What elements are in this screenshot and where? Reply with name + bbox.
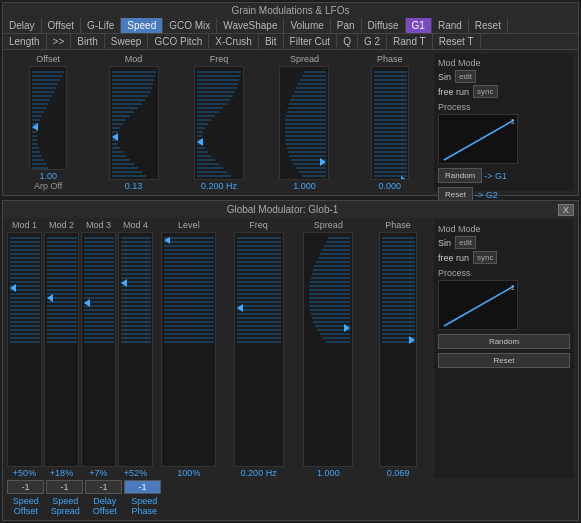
- minus-box-2[interactable]: -1: [85, 480, 122, 494]
- tab-gcomix[interactable]: GCO Mix: [163, 18, 217, 33]
- tab-filtercut[interactable]: Filter Cut: [284, 34, 338, 49]
- rand-row-1: Random -> G1: [438, 168, 570, 183]
- level-svg: [162, 233, 215, 466]
- sync-btn-top[interactable]: sync: [473, 85, 497, 98]
- tab-waveshape[interactable]: WaveShape: [217, 18, 284, 33]
- tab-reset[interactable]: Reset: [469, 18, 508, 33]
- footer-label-3: Speed Phase: [126, 496, 164, 516]
- tab-offset[interactable]: Offset: [42, 18, 82, 33]
- phase-slider-canvas[interactable]: [371, 66, 409, 180]
- tab-row-1: Delay Offset G-Life Speed GCO Mix WaveSh…: [3, 18, 578, 34]
- edit-btn-top[interactable]: edit: [455, 70, 476, 83]
- mod1-svg: [8, 233, 41, 466]
- minus-box-1[interactable]: -1: [46, 480, 83, 494]
- freq-slider-canvas[interactable]: [194, 66, 244, 180]
- sync-btn-bottom[interactable]: sync: [473, 251, 497, 264]
- offset-label: Offset: [36, 54, 60, 64]
- tab-length[interactable]: Length: [3, 34, 47, 49]
- mod-slider-canvas[interactable]: [109, 66, 159, 180]
- random-btn-top[interactable]: Random: [438, 168, 482, 183]
- tab-q[interactable]: Q: [337, 34, 358, 49]
- mod-mode-freerun: free run sync: [438, 85, 570, 98]
- mod-mode-sin: Sin edit: [438, 70, 570, 83]
- svg-marker-341: [344, 324, 350, 332]
- mod-mode-panel-top: Mod Mode Sin edit free run sync Process …: [434, 54, 574, 191]
- footer-label-0-line1: Speed: [7, 496, 45, 506]
- tab-birth[interactable]: Birth: [71, 34, 105, 49]
- level-value: 100%: [177, 468, 200, 478]
- mod2-canvas[interactable]: [44, 232, 79, 467]
- mod1-canvas[interactable]: [7, 232, 42, 467]
- spread-slider-canvas[interactable]: [279, 66, 329, 180]
- offset-slider-canvas[interactable]: /* lines drawn inline */: [29, 66, 67, 170]
- tab-xcrush[interactable]: X-Crush: [209, 34, 259, 49]
- tab-volume[interactable]: Volume: [284, 18, 330, 33]
- tab-glife[interactable]: G-Life: [81, 18, 121, 33]
- tab-gcopitch[interactable]: GCO Pitch: [148, 34, 209, 49]
- svg-marker-86: [197, 138, 203, 146]
- tab-resett[interactable]: Reset T: [433, 34, 481, 49]
- tab-pan[interactable]: Pan: [331, 18, 362, 33]
- mod-mode-freerun-bottom: free run sync: [438, 251, 570, 264]
- spread-bottom-label: Spread: [314, 220, 343, 230]
- svg-marker-201: [47, 294, 53, 302]
- tab-delay[interactable]: Delay: [3, 18, 42, 33]
- freq-lines: [195, 67, 243, 179]
- random-reset-row-top: Random -> G1 Reset -> G2: [438, 168, 570, 202]
- process-graph-top[interactable]: -1: [438, 114, 518, 164]
- tab-rand[interactable]: Rand: [432, 18, 469, 33]
- mod3-value: +7%: [89, 468, 107, 478]
- process-svg: [439, 115, 517, 163]
- mod3-slider-group: Mod 3: [81, 220, 116, 478]
- phase-bottom-value: 0.069: [387, 468, 410, 478]
- g1-arrow-top: -> G1: [484, 171, 507, 181]
- tab-diffuse[interactable]: Diffuse: [362, 18, 406, 33]
- spread-bottom-canvas[interactable]: [303, 232, 353, 467]
- svg-marker-115: [320, 158, 326, 166]
- mod-mode-title-top: Mod Mode: [438, 58, 570, 68]
- reset-btn-bottom[interactable]: Reset: [438, 353, 570, 368]
- svg-line-145: [444, 120, 514, 160]
- footer-label-2: Delay Offset: [86, 496, 124, 516]
- freq-bottom-canvas[interactable]: [234, 232, 284, 467]
- tab-sweep[interactable]: Sweep: [105, 34, 149, 49]
- spread-value: 1.000: [293, 181, 316, 191]
- mod2-value: +18%: [50, 468, 73, 478]
- random-btn-bottom[interactable]: Random: [438, 334, 570, 349]
- process-graph-bottom[interactable]: -1: [438, 280, 518, 330]
- level-slider-group: Level: [155, 220, 223, 478]
- mod4-value: +52%: [124, 468, 147, 478]
- level-canvas[interactable]: [161, 232, 216, 467]
- top-panel: Grain Modulations & LFOs Delay Offset G-…: [2, 2, 579, 196]
- spread-slider-group: Spread: [263, 54, 345, 191]
- tab-g1[interactable]: G1: [406, 18, 432, 33]
- edit-btn-bottom[interactable]: edit: [455, 236, 476, 249]
- offset-value: 1.00: [39, 171, 57, 181]
- minus-box-3[interactable]: -1: [124, 480, 161, 494]
- tab-arrow[interactable]: >>: [47, 34, 72, 49]
- offset-lines: [30, 67, 66, 169]
- mod4-canvas[interactable]: [118, 232, 153, 467]
- main-container: Grain Modulations & LFOs Delay Offset G-…: [0, 0, 581, 523]
- close-btn[interactable]: X: [558, 204, 574, 216]
- mod-slider-group: Mod: [92, 54, 174, 191]
- freq-slider-group: Freq: [178, 54, 260, 191]
- tab-speed[interactable]: Speed: [121, 18, 163, 33]
- phase-bottom-canvas[interactable]: [379, 232, 417, 467]
- tab-row-2: Length >> Birth Sweep GCO Pitch X-Crush …: [3, 34, 578, 50]
- tab-randt[interactable]: Rand T: [387, 34, 433, 49]
- mod3-canvas[interactable]: [81, 232, 116, 467]
- mod-mode-sin-bottom: Sin edit: [438, 236, 570, 249]
- mod3-label: Mod 3: [86, 220, 111, 230]
- tab-bit[interactable]: Bit: [259, 34, 284, 49]
- process-svg-bottom: [439, 281, 517, 329]
- mod1-label: Mod 1: [12, 220, 37, 230]
- freerun-label: free run: [438, 87, 469, 97]
- tab-g2[interactable]: G 2: [358, 34, 387, 49]
- bottom-panel-title: Global Modulator: Glob-1: [7, 202, 558, 217]
- footer-label-2-line1: Delay: [86, 496, 124, 506]
- freq-value: 0.200 Hz: [201, 181, 237, 191]
- random-reset-row-bottom: Random Reset: [438, 334, 570, 368]
- footer-label-1-line1: Speed: [47, 496, 85, 506]
- minus-box-0[interactable]: -1: [7, 480, 44, 494]
